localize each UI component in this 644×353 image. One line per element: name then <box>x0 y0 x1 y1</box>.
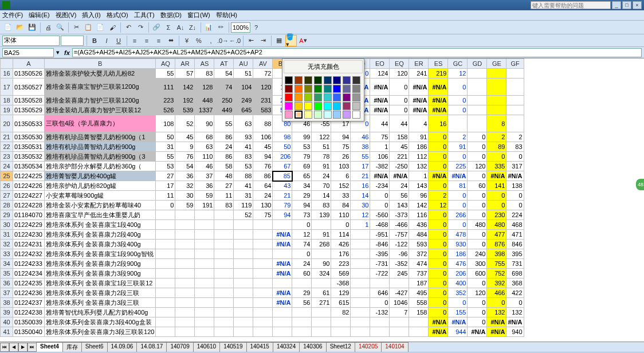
cell[interactable]: 120 <box>390 69 409 79</box>
cell[interactable]: 158 <box>390 132 409 142</box>
cell[interactable] <box>273 317 292 327</box>
sheet-tab[interactable]: 140610 <box>193 342 220 352</box>
borders-button[interactable]: ▦ <box>273 35 285 46</box>
cell[interactable]: 0 <box>468 142 487 152</box>
cell[interactable]: 187 <box>409 279 429 288</box>
cell[interactable]: 01224236 <box>13 288 45 298</box>
formula-bar[interactable]: =(AG25+AH25+AI25+AJ25+AK25+AL25+AM25+AN2… <box>72 48 642 57</box>
format-painter-button[interactable]: 🖌 <box>107 22 118 33</box>
cell[interactable]: 4 <box>409 115 429 132</box>
color-swatch[interactable] <box>304 111 312 119</box>
cell[interactable] <box>351 298 370 308</box>
tab-first-button[interactable]: ⏮ <box>0 343 9 352</box>
cell[interactable] <box>312 220 331 230</box>
cell[interactable] <box>273 327 292 337</box>
color-swatch[interactable] <box>343 102 351 110</box>
cell[interactable]: 192 <box>175 96 195 105</box>
cell[interactable]: 1337 <box>195 105 214 115</box>
cell[interactable] <box>351 279 370 288</box>
cell[interactable]: 01350526 <box>13 69 45 79</box>
color-swatch[interactable] <box>343 111 351 119</box>
cell[interactable]: 0 <box>390 105 409 115</box>
cell[interactable]: 45 <box>175 132 195 142</box>
menu-file[interactable]: 文件(F) <box>2 11 23 19</box>
cell[interactable]: 221 <box>390 152 409 162</box>
cell[interactable]: 0 <box>429 259 448 269</box>
cell[interactable]: -468 <box>370 220 390 230</box>
cell[interactable]: 83 <box>195 69 214 79</box>
cell[interactable]: 38 <box>351 142 370 152</box>
cell[interactable]: 雅培亲体系列金装喜康力3段400g盒装 <box>45 317 156 327</box>
cell[interactable]: 466 <box>487 288 506 298</box>
cell[interactable]: 雅培金装喜康宝智护三联装1200g <box>45 79 156 96</box>
cell[interactable]: 61 <box>312 288 331 298</box>
color-swatch[interactable] <box>352 85 360 93</box>
cell[interactable]: 56 <box>390 191 409 201</box>
cell[interactable]: 0 <box>468 201 487 210</box>
minimize-button[interactable]: _ <box>612 1 621 9</box>
color-swatch[interactable] <box>285 102 293 110</box>
cell[interactable] <box>195 259 214 269</box>
cell[interactable]: #N/A <box>273 259 292 269</box>
cell[interactable]: 60 <box>292 269 312 279</box>
cell[interactable]: 0 <box>429 308 448 317</box>
cell[interactable]: 2 <box>448 132 468 142</box>
cell[interactable]: 0 <box>429 181 448 191</box>
cell[interactable]: 6 <box>331 171 351 181</box>
cell[interactable]: 615 <box>331 298 351 308</box>
cell[interactable]: 300 <box>468 259 487 269</box>
cell[interactable]: 90 <box>195 115 214 132</box>
cell[interactable]: 141 <box>487 181 506 191</box>
cell[interactable]: 82 <box>331 308 351 317</box>
color-swatch[interactable] <box>343 85 351 93</box>
cell[interactable]: 398 <box>487 249 506 259</box>
cell[interactable]: 0 <box>506 298 524 308</box>
cell[interactable] <box>214 249 234 259</box>
cell[interactable]: 雅培金装小安素配方奶粉草莓味40 <box>45 201 156 210</box>
cell[interactable]: 114 <box>331 230 351 240</box>
cell[interactable]: 206 <box>273 152 292 162</box>
cell[interactable] <box>292 308 312 317</box>
cell[interactable] <box>253 269 273 279</box>
cell[interactable] <box>214 288 234 298</box>
color-swatch[interactable] <box>352 111 360 119</box>
cell[interactable] <box>331 317 351 327</box>
cell[interactable]: 59 <box>195 191 214 201</box>
cell[interactable]: 569 <box>331 269 351 279</box>
cell[interactable]: 16 <box>429 115 448 132</box>
cell[interactable]: -122 <box>390 240 409 249</box>
cell[interactable]: 76 <box>253 162 273 171</box>
fill-color-button[interactable]: 🪣▾ <box>285 35 297 46</box>
cell[interactable] <box>468 115 487 132</box>
cell[interactable]: #N/A <box>487 317 506 327</box>
color-swatch[interactable] <box>324 76 332 84</box>
close-button[interactable]: × <box>633 1 642 9</box>
cell[interactable]: 944 <box>448 327 468 337</box>
cell[interactable]: 245 <box>390 269 409 279</box>
color-swatch[interactable] <box>324 93 332 101</box>
cell[interactable] <box>195 210 214 220</box>
cell[interactable]: 68 <box>195 132 214 142</box>
sheet-tab[interactable]: Sheet6 <box>81 342 108 352</box>
restore-button[interactable]: □ <box>622 1 631 9</box>
cell[interactable]: 940 <box>506 327 524 337</box>
col-header-EQ[interactable]: EQ <box>390 59 409 69</box>
cell[interactable]: 372 <box>409 249 429 259</box>
cell[interactable]: 雅培亲体系列 金装喜康宝1段400g <box>45 220 156 230</box>
cell[interactable]: 152 <box>331 181 351 191</box>
cell[interactable]: 0 <box>448 105 468 115</box>
cell[interactable] <box>214 240 234 249</box>
sheet-tab[interactable]: 140415 <box>246 342 273 352</box>
color-swatch[interactable] <box>304 76 312 84</box>
cell[interactable]: 94 <box>273 210 292 220</box>
cell[interactable]: 219 <box>429 69 448 79</box>
tab-prev-button[interactable]: ◀ <box>9 343 18 352</box>
cell[interactable] <box>175 259 195 269</box>
cell[interactable]: 0 <box>448 298 468 308</box>
cell[interactable]: 130 <box>253 201 273 210</box>
sort-desc-button[interactable]: Z↓ <box>187 22 198 33</box>
row-header[interactable]: 36 <box>1 279 13 288</box>
cell[interactable]: 143 <box>390 201 409 210</box>
cell[interactable]: 79 <box>273 201 292 210</box>
color-swatch[interactable] <box>352 102 360 110</box>
